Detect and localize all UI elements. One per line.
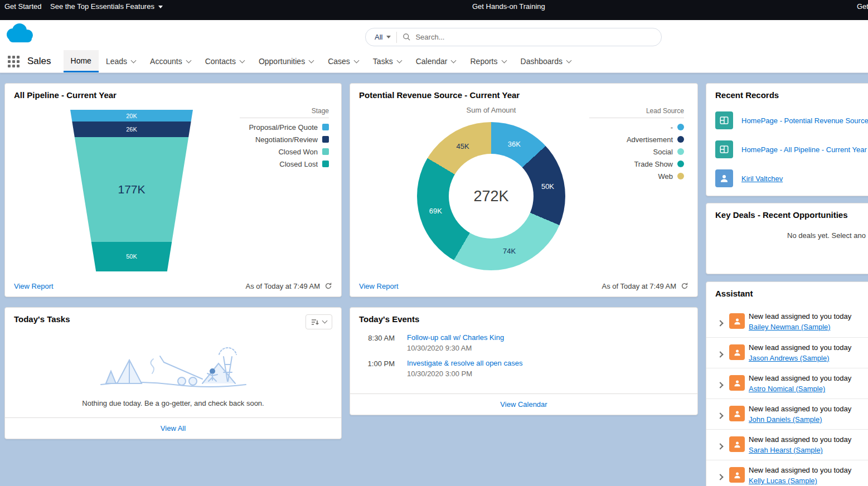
- list-item[interactable]: HomePage - Potential Revenue Source: [706, 106, 868, 135]
- essentials-menu[interactable]: See the Top Essentials Features: [50, 2, 163, 11]
- funnel-segment[interactable]: 20K: [70, 110, 193, 122]
- legend-label: Closed Won: [278, 148, 318, 156]
- tab-opportunities[interactable]: Opportunities: [251, 50, 321, 72]
- chevron-down-icon[interactable]: [239, 57, 245, 63]
- donut-slice-label: 74K: [503, 246, 516, 255]
- donut-legend: Lead Source -AdvertisementSocialTrade Sh…: [589, 107, 684, 182]
- legend-title: Lead Source: [589, 107, 684, 118]
- lead-link[interactable]: Bailey Newman (Sample): [749, 323, 831, 331]
- card-title: Assistant: [715, 289, 753, 298]
- list-item[interactable]: New lead assigned to you today Sarah Hea…: [706, 429, 868, 460]
- funnel-segment[interactable]: 50K: [70, 242, 193, 271]
- chevron-down-icon[interactable]: [396, 57, 402, 63]
- event-link[interactable]: Follow-up call w/ Charles King: [407, 333, 504, 342]
- lead-link[interactable]: Astro Nomical (Sample): [749, 385, 825, 393]
- lead-link[interactable]: Kelly Lucas (Sample): [749, 477, 817, 485]
- list-item[interactable]: HomePage - All Pipeline - Current Year: [706, 135, 868, 164]
- list-item[interactable]: New lead assigned to you today Bailey Ne…: [706, 307, 868, 337]
- event-time: 8:30 AM: [359, 333, 395, 352]
- refresh-icon[interactable]: [681, 282, 688, 290]
- search-input[interactable]: [415, 33, 661, 41]
- legend-item[interactable]: Closed Won: [240, 145, 329, 158]
- event-link[interactable]: Investigate & resolve all open cases: [407, 359, 522, 367]
- caret-down-icon: [158, 6, 163, 8]
- list-item[interactable]: Kiril Valtchev: [706, 164, 868, 193]
- lead-link[interactable]: Jason Andrews (Sample): [749, 354, 830, 362]
- funnel-segment[interactable]: 26K: [70, 122, 193, 137]
- tab-label: Dashboards: [521, 57, 563, 66]
- legend-label: Closed Lost: [279, 160, 318, 168]
- tab-tasks[interactable]: Tasks: [366, 50, 409, 72]
- list-item[interactable]: New lead assigned to you today Jason And…: [706, 337, 868, 368]
- list-item[interactable]: New lead assigned to you today Kelly Luc…: [706, 460, 868, 486]
- legend-item[interactable]: Proposal/Price Quote: [240, 121, 329, 133]
- app-launcher-icon[interactable]: [8, 56, 20, 67]
- search-scope-dropdown[interactable]: All: [366, 33, 396, 41]
- chevron-down-icon: [322, 318, 328, 324]
- list-item[interactable]: New lead assigned to you today Astro Nom…: [706, 368, 868, 398]
- legend-item[interactable]: Negotiation/Review: [240, 133, 329, 145]
- lead-icon: [729, 406, 745, 421]
- view-report-link[interactable]: View Report: [359, 282, 399, 290]
- chevron-down-icon[interactable]: [566, 57, 572, 63]
- tab-leads[interactable]: Leads: [99, 50, 143, 72]
- funnel-chart: 20K26K177K50K: [70, 110, 193, 271]
- funnel-segment[interactable]: 177K: [70, 137, 193, 242]
- chevron-down-icon[interactable]: [451, 57, 457, 63]
- legend-label: Proposal/Price Quote: [249, 123, 318, 132]
- view-report-link[interactable]: View Report: [14, 282, 54, 290]
- topbar-right-partial[interactable]: Get: [857, 2, 868, 11]
- assistant-list: New lead assigned to you today Bailey Ne…: [706, 307, 868, 486]
- get-started-link[interactable]: Get Started: [4, 2, 41, 11]
- chevron-right-icon[interactable]: [717, 474, 723, 480]
- tasks-sort-dropdown-button[interactable]: [306, 314, 332, 329]
- chevron-right-icon[interactable]: [717, 320, 723, 326]
- chevron-down-icon[interactable]: [186, 57, 191, 63]
- view-all-link[interactable]: View All: [161, 424, 186, 432]
- chevron-right-icon[interactable]: [717, 351, 723, 357]
- legend-item[interactable]: -: [589, 121, 684, 133]
- todays-tasks-card: Today's Tasks: [4, 307, 342, 439]
- tab-label: Calendar: [416, 57, 448, 66]
- tab-label: Leads: [106, 57, 127, 66]
- tab-calendar[interactable]: Calendar: [409, 50, 463, 72]
- tab-contacts[interactable]: Contacts: [198, 50, 251, 72]
- chevron-right-icon[interactable]: [717, 443, 723, 449]
- legend-item[interactable]: Web: [589, 170, 684, 182]
- tab-reports[interactable]: Reports: [463, 50, 513, 72]
- record-link[interactable]: HomePage - Potential Revenue Source: [741, 116, 868, 125]
- tab-label: Opportunities: [259, 57, 305, 66]
- tab-cases[interactable]: Cases: [321, 50, 366, 72]
- chevron-down-icon[interactable]: [131, 57, 137, 63]
- legend-item[interactable]: Advertisement: [589, 133, 684, 145]
- chevron-down-icon[interactable]: [501, 57, 507, 63]
- view-calendar-link[interactable]: View Calendar: [500, 400, 547, 409]
- donut-legend-items: -AdvertisementSocialTrade ShowWeb: [589, 121, 684, 182]
- list-item[interactable]: New lead assigned to you today John Dani…: [706, 398, 868, 429]
- tab-home[interactable]: Home: [64, 50, 99, 72]
- lead-icon: [729, 375, 745, 391]
- lead-link[interactable]: Sarah Hearst (Sample): [749, 446, 823, 454]
- donut-subtitle: Sum of Amount: [417, 106, 565, 114]
- search-scope-label: All: [375, 33, 382, 41]
- chevron-down-icon[interactable]: [353, 57, 359, 63]
- refresh-icon[interactable]: [324, 282, 332, 290]
- record-link[interactable]: HomePage - All Pipeline - Current Year: [741, 145, 867, 154]
- tab-accounts[interactable]: Accounts: [143, 50, 198, 72]
- chevron-right-icon[interactable]: [717, 412, 723, 419]
- legend-swatch: [677, 136, 684, 143]
- salesforce-logo-icon[interactable]: [4, 22, 35, 45]
- legend-item[interactable]: Social: [589, 145, 684, 158]
- legend-swatch: [677, 161, 684, 167]
- lead-link[interactable]: John Daniels (Sample): [749, 415, 822, 424]
- legend-item[interactable]: Trade Show: [589, 158, 684, 170]
- assistant-item-text: New lead assigned to you today: [749, 435, 868, 444]
- tab-dashboards[interactable]: Dashboards: [513, 50, 579, 72]
- record-link[interactable]: Kiril Valtchev: [741, 174, 783, 183]
- hands-on-training-link[interactable]: Get Hands-on Training: [472, 2, 545, 11]
- chevron-down-icon[interactable]: [309, 57, 314, 63]
- assistant-item-text: New lead assigned to you today: [749, 343, 868, 352]
- legend-item[interactable]: Closed Lost: [240, 158, 329, 170]
- chevron-right-icon[interactable]: [717, 382, 723, 388]
- event-time: 1:00 PM: [359, 359, 395, 378]
